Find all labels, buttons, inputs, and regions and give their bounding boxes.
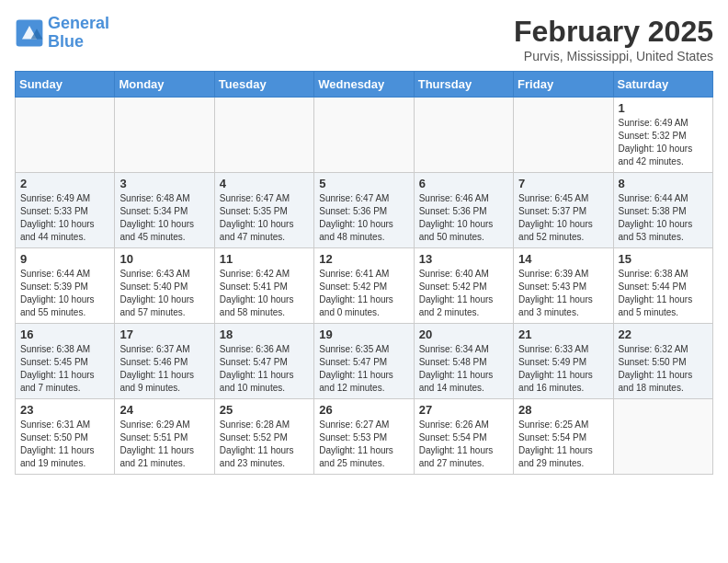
day-info: Sunrise: 6:25 AM Sunset: 5:54 PM Dayligh…	[518, 419, 608, 470]
calendar-day-cell: 9Sunrise: 6:44 AM Sunset: 5:39 PM Daylig…	[16, 248, 115, 324]
calendar-day-cell: 21Sunrise: 6:33 AM Sunset: 5:49 PM Dayli…	[514, 324, 613, 399]
calendar-day-cell: 26Sunrise: 6:27 AM Sunset: 5:53 PM Dayli…	[314, 399, 414, 475]
page-header: General Blue February 2025 Purvis, Missi…	[15, 15, 713, 63]
day-info: Sunrise: 6:28 AM Sunset: 5:52 PM Dayligh…	[220, 419, 309, 470]
day-number: 27	[419, 403, 508, 417]
day-number: 14	[518, 252, 608, 266]
weekday-header: Monday	[115, 72, 214, 98]
day-info: Sunrise: 6:35 AM Sunset: 5:47 PM Dayligh…	[319, 343, 408, 395]
weekday-header: Friday	[514, 72, 613, 98]
day-number: 20	[419, 327, 508, 341]
day-number: 2	[20, 177, 109, 190]
weekday-header: Wednesday	[314, 72, 414, 98]
day-number: 19	[319, 327, 408, 341]
calendar-day-cell: 6Sunrise: 6:46 AM Sunset: 5:36 PM Daylig…	[414, 173, 513, 248]
day-info: Sunrise: 6:26 AM Sunset: 5:54 PM Dayligh…	[419, 419, 508, 470]
day-info: Sunrise: 6:38 AM Sunset: 5:44 PM Dayligh…	[619, 268, 708, 319]
calendar-day-cell: 25Sunrise: 6:28 AM Sunset: 5:52 PM Dayli…	[214, 399, 313, 475]
weekday-header: Saturday	[613, 72, 712, 98]
calendar-day-cell: 16Sunrise: 6:38 AM Sunset: 5:45 PM Dayli…	[16, 324, 115, 399]
calendar-day-cell	[414, 98, 513, 173]
day-info: Sunrise: 6:40 AM Sunset: 5:42 PM Dayligh…	[419, 268, 508, 319]
day-number: 23	[20, 403, 109, 417]
day-info: Sunrise: 6:39 AM Sunset: 5:43 PM Dayligh…	[518, 268, 608, 319]
calendar-day-cell	[514, 98, 613, 173]
calendar-day-cell: 14Sunrise: 6:39 AM Sunset: 5:43 PM Dayli…	[514, 248, 613, 324]
calendar-day-cell: 1Sunrise: 6:49 AM Sunset: 5:32 PM Daylig…	[613, 98, 712, 173]
calendar-week-row: 9Sunrise: 6:44 AM Sunset: 5:39 PM Daylig…	[16, 248, 713, 324]
calendar-day-cell: 2Sunrise: 6:49 AM Sunset: 5:33 PM Daylig…	[16, 173, 115, 248]
day-number: 3	[119, 177, 209, 190]
calendar-day-cell: 5Sunrise: 6:47 AM Sunset: 5:36 PM Daylig…	[314, 173, 414, 248]
day-number: 24	[119, 403, 209, 417]
calendar-day-cell: 24Sunrise: 6:29 AM Sunset: 5:51 PM Dayli…	[115, 399, 214, 475]
calendar-day-cell	[115, 98, 214, 173]
calendar: SundayMondayTuesdayWednesdayThursdayFrid…	[15, 71, 713, 475]
calendar-day-cell: 4Sunrise: 6:47 AM Sunset: 5:35 PM Daylig…	[214, 173, 313, 248]
day-info: Sunrise: 6:36 AM Sunset: 5:47 PM Dayligh…	[220, 343, 309, 395]
day-number: 13	[419, 252, 508, 266]
calendar-day-cell: 17Sunrise: 6:37 AM Sunset: 5:46 PM Dayli…	[115, 324, 214, 399]
day-info: Sunrise: 6:44 AM Sunset: 5:39 PM Dayligh…	[20, 268, 109, 319]
day-number: 12	[319, 252, 408, 266]
day-info: Sunrise: 6:44 AM Sunset: 5:38 PM Dayligh…	[619, 192, 708, 244]
calendar-day-cell: 19Sunrise: 6:35 AM Sunset: 5:47 PM Dayli…	[314, 324, 414, 399]
day-number: 17	[119, 327, 209, 341]
calendar-day-cell: 7Sunrise: 6:45 AM Sunset: 5:37 PM Daylig…	[514, 173, 613, 248]
day-info: Sunrise: 6:45 AM Sunset: 5:37 PM Dayligh…	[518, 192, 608, 244]
calendar-week-row: 16Sunrise: 6:38 AM Sunset: 5:45 PM Dayli…	[16, 324, 713, 399]
calendar-day-cell: 28Sunrise: 6:25 AM Sunset: 5:54 PM Dayli…	[514, 399, 613, 475]
calendar-day-cell: 13Sunrise: 6:40 AM Sunset: 5:42 PM Dayli…	[414, 248, 513, 324]
title-area: February 2025 Purvis, Mississippi, Unite…	[514, 15, 713, 63]
day-info: Sunrise: 6:29 AM Sunset: 5:51 PM Dayligh…	[119, 419, 209, 470]
calendar-day-cell: 18Sunrise: 6:36 AM Sunset: 5:47 PM Dayli…	[214, 324, 313, 399]
day-number: 11	[220, 252, 309, 266]
day-number: 1	[619, 101, 708, 115]
day-info: Sunrise: 6:27 AM Sunset: 5:53 PM Dayligh…	[319, 419, 408, 470]
calendar-day-cell: 15Sunrise: 6:38 AM Sunset: 5:44 PM Dayli…	[613, 248, 712, 324]
day-number: 16	[20, 327, 109, 341]
day-number: 10	[119, 252, 209, 266]
day-number: 9	[20, 252, 109, 266]
calendar-day-cell	[16, 98, 115, 173]
day-number: 6	[419, 177, 508, 190]
calendar-day-cell: 11Sunrise: 6:42 AM Sunset: 5:41 PM Dayli…	[214, 248, 313, 324]
logo-line2: Blue	[48, 32, 84, 51]
day-info: Sunrise: 6:32 AM Sunset: 5:50 PM Dayligh…	[619, 343, 708, 395]
month-title: February 2025	[514, 15, 713, 49]
day-info: Sunrise: 6:49 AM Sunset: 5:32 PM Dayligh…	[619, 117, 708, 168]
calendar-day-cell: 20Sunrise: 6:34 AM Sunset: 5:48 PM Dayli…	[414, 324, 513, 399]
day-number: 7	[518, 177, 608, 190]
day-info: Sunrise: 6:48 AM Sunset: 5:34 PM Dayligh…	[119, 192, 209, 244]
day-info: Sunrise: 6:47 AM Sunset: 5:36 PM Dayligh…	[319, 192, 408, 244]
calendar-day-cell: 27Sunrise: 6:26 AM Sunset: 5:54 PM Dayli…	[414, 399, 513, 475]
day-info: Sunrise: 6:47 AM Sunset: 5:35 PM Dayligh…	[220, 192, 309, 244]
day-info: Sunrise: 6:38 AM Sunset: 5:45 PM Dayligh…	[20, 343, 109, 395]
day-number: 4	[220, 177, 309, 190]
calendar-day-cell	[314, 98, 414, 173]
calendar-day-cell: 3Sunrise: 6:48 AM Sunset: 5:34 PM Daylig…	[115, 173, 214, 248]
day-info: Sunrise: 6:34 AM Sunset: 5:48 PM Dayligh…	[419, 343, 508, 395]
logo-line1: General	[48, 14, 109, 32]
day-info: Sunrise: 6:46 AM Sunset: 5:36 PM Dayligh…	[419, 192, 508, 244]
calendar-day-cell: 23Sunrise: 6:31 AM Sunset: 5:50 PM Dayli…	[16, 399, 115, 475]
weekday-header: Thursday	[414, 72, 513, 98]
day-info: Sunrise: 6:33 AM Sunset: 5:49 PM Dayligh…	[518, 343, 608, 395]
calendar-day-cell: 10Sunrise: 6:43 AM Sunset: 5:40 PM Dayli…	[115, 248, 214, 324]
logo-icon	[15, 18, 44, 48]
logo-text: General Blue	[48, 15, 109, 52]
day-number: 8	[619, 177, 708, 190]
day-info: Sunrise: 6:31 AM Sunset: 5:50 PM Dayligh…	[20, 419, 109, 470]
day-number: 28	[518, 403, 608, 417]
day-info: Sunrise: 6:37 AM Sunset: 5:46 PM Dayligh…	[119, 343, 209, 395]
day-number: 26	[319, 403, 408, 417]
calendar-day-cell	[214, 98, 313, 173]
day-number: 15	[619, 252, 708, 266]
calendar-week-row: 2Sunrise: 6:49 AM Sunset: 5:33 PM Daylig…	[16, 173, 713, 248]
day-info: Sunrise: 6:43 AM Sunset: 5:40 PM Dayligh…	[119, 268, 209, 319]
day-info: Sunrise: 6:49 AM Sunset: 5:33 PM Dayligh…	[20, 192, 109, 244]
day-number: 25	[220, 403, 309, 417]
calendar-day-cell: 22Sunrise: 6:32 AM Sunset: 5:50 PM Dayli…	[613, 324, 712, 399]
day-number: 21	[518, 327, 608, 341]
calendar-day-cell: 12Sunrise: 6:41 AM Sunset: 5:42 PM Dayli…	[314, 248, 414, 324]
